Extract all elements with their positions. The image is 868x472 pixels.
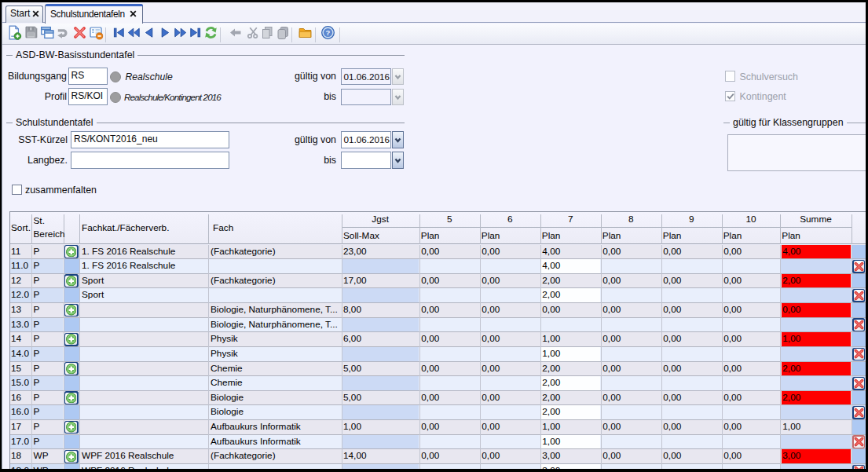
svg-text:?: ? xyxy=(325,28,330,37)
